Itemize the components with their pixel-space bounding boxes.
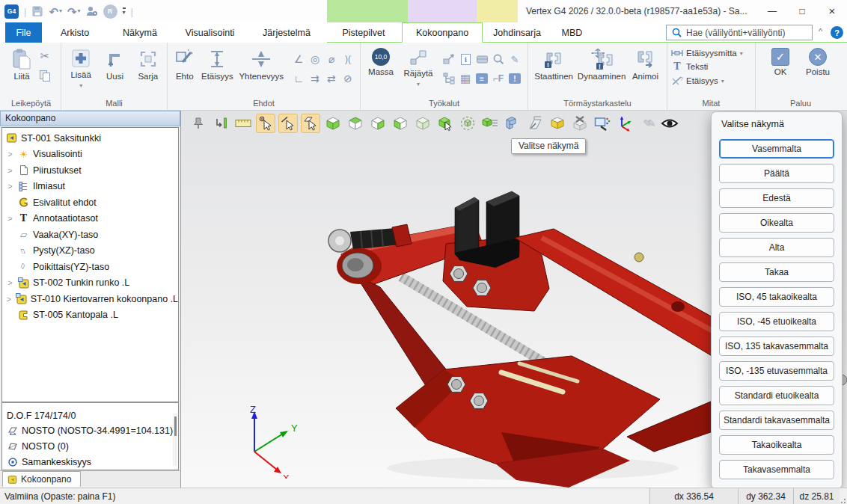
tab-file[interactable]: File (5, 22, 42, 43)
view-button-iso-135-takavasemmalta[interactable]: ISO, 135 takavasemmalta (719, 336, 834, 356)
tab-arkisto[interactable]: Arkisto (42, 22, 108, 43)
text-dimension-button[interactable]: T Teksti (671, 61, 743, 73)
sketch-plane-icon[interactable] (525, 114, 545, 133)
coincidence-button[interactable]: Yhtenevyys (236, 46, 286, 82)
pin-icon[interactable] (189, 114, 208, 133)
perpendicular-constraint-icon[interactable]: ∟ (290, 69, 307, 88)
tab-mbd[interactable]: MBD (551, 22, 593, 43)
user-settings-icon[interactable] (86, 5, 98, 17)
tree-item-annotaatiotasot[interactable]: > T Annotaatiotasot (2, 211, 178, 227)
distance-dimension-button[interactable]: Etäisyysmitta ▾ (671, 49, 743, 58)
exploded-view-icon[interactable] (441, 49, 457, 69)
concentric-constraint-icon[interactable]: ◎ (307, 49, 323, 69)
angle-constraint-icon[interactable]: ∠ (290, 49, 307, 69)
view-button-vasemmalta[interactable]: Vasemmalta (719, 139, 834, 159)
exit-button[interactable]: ✕ Poistu (801, 46, 834, 78)
corner-solid-icon[interactable] (503, 114, 522, 133)
view-button-takaoikealta[interactable]: Takaoikealta (719, 435, 834, 455)
record-icon[interactable]: R (103, 4, 117, 19)
equal-panel-icon[interactable]: ≡ (474, 69, 490, 88)
search-input[interactable]: Hae (välilyönti+välilyönti) (666, 25, 813, 40)
distance-dimension-caret-icon[interactable]: ▾ (740, 50, 743, 57)
measure-pencils-icon[interactable]: ✎✎ (637, 114, 657, 133)
expander-icon[interactable]: > (6, 150, 14, 159)
orbit-cube-icon[interactable] (458, 114, 477, 133)
tab-visualisointi[interactable]: Visualisointi (172, 22, 248, 43)
view-button-takavasemmalta[interactable]: Takavasemmalta (719, 460, 834, 479)
collapse-ribbon-icon[interactable]: ^ (819, 27, 822, 36)
zoom-part-icon[interactable] (490, 49, 507, 69)
add-component-button[interactable]: Lisää ▾ (65, 46, 97, 89)
cube-properties-icon[interactable] (480, 114, 500, 133)
tree-item-esivalitut-ehdot[interactable]: Esivalitut ehdot (2, 194, 178, 211)
tree-item-poikittais-yz[interactable]: ▱ Poikittais(YZ)-taso (2, 259, 178, 275)
tree-item-st002[interactable]: > ST-002 Tunkin runko .L (2, 275, 178, 292)
antiparallel-constraint-icon[interactable]: ⇄ (323, 69, 340, 88)
paste-button[interactable]: Liitä (5, 46, 38, 82)
cube-solid-icon[interactable] (413, 114, 432, 133)
customize-toolbar-icon[interactable]: ▾ (123, 7, 126, 16)
expander-icon[interactable]: > (6, 278, 14, 287)
undo-caret-icon[interactable]: ▾ (59, 8, 62, 14)
series-button[interactable]: Sarja (133, 46, 163, 82)
zoom-extents-icon[interactable] (211, 114, 230, 133)
dof-item-nosto1[interactable]: NOSTO (NOSTO-34.4991=104.131) (2, 422, 178, 438)
constraint-button[interactable]: Ehto (171, 46, 198, 82)
viewport-3d[interactable]: Z Y X (181, 111, 847, 488)
static-collision-button[interactable]: ! Staattinen (532, 46, 575, 82)
app-logo-icon[interactable]: G4 (4, 4, 19, 19)
resize-grip[interactable] (840, 497, 846, 503)
view-button-iso-m135-etuvasemmalta[interactable]: ISO, -135 etuvasemmalta (719, 361, 834, 381)
new-button[interactable]: Uusi (100, 46, 129, 82)
scrollbar-thumb[interactable] (174, 417, 177, 436)
tree-item-vaaka-xy[interactable]: ▱ Vaaka(XY)-taso (2, 227, 178, 243)
visibility-eye-icon[interactable] (660, 114, 679, 133)
distance-query-caret-icon[interactable]: ▾ (721, 78, 724, 84)
redo-button[interactable]: ↷▾ (67, 6, 81, 17)
clear-section-icon[interactable] (570, 114, 590, 133)
view-button-takaa[interactable]: Takaa (719, 262, 834, 282)
splitter-chevron-icon[interactable]: ˇ (2, 403, 178, 409)
explode-caret-icon[interactable]: ▾ (417, 81, 420, 87)
tree-item-ilmiasut[interactable]: > Ilmiasut (2, 179, 178, 195)
tree-item-root[interactable]: ST-001 Saksitunkki (2, 130, 178, 147)
table-icon[interactable]: ▦ (457, 69, 474, 88)
save-icon[interactable] (31, 5, 43, 17)
select-point-mode-icon[interactable] (256, 114, 275, 133)
feature-f-icon[interactable]: ⌐F (490, 69, 507, 88)
dynamic-collision-button[interactable]: ! Dynaaminen (577, 46, 626, 82)
select-window-wand-icon[interactable] (593, 114, 612, 133)
add-caret-icon[interactable]: ▾ (79, 82, 82, 89)
coordinate-system-icon[interactable] (615, 114, 635, 133)
expander-icon[interactable]: > (6, 166, 14, 175)
cut-icon[interactable]: ✂ (38, 49, 52, 63)
view-button-iso-45-takaoikealta[interactable]: ISO, 45 takaoikealta (719, 287, 834, 307)
dof-item-samankeskisyys[interactable]: Samankeskisyys (2, 454, 178, 470)
tab-kokoonpano[interactable]: Kokoonpano (402, 22, 483, 43)
warning-icon[interactable]: ! (507, 69, 523, 88)
section-box-icon[interactable] (548, 114, 567, 133)
view-button-oikealta[interactable]: Oikealta (719, 213, 834, 233)
tab-pistepilvet[interactable]: Pistepilvet (325, 22, 402, 43)
view-button-paalta[interactable]: Päältä (719, 164, 834, 183)
symmetry-constraint-icon[interactable]: )( (340, 49, 356, 69)
view-button-edesta[interactable]: Edestä (719, 188, 834, 208)
mass-button[interactable]: 10,0 Massa (364, 46, 397, 78)
tree-item-st010[interactable]: > ST-010 Kiertovarren kokoonpano .L (2, 291, 178, 307)
pencil-icon[interactable]: ✎ (507, 49, 523, 69)
explode-button[interactable]: Räjäytä ▾ (400, 46, 436, 87)
tab-johdinsarja[interactable]: Johdinsarja (483, 22, 551, 43)
cube-left-face-icon[interactable] (391, 114, 410, 133)
cube-select-icon[interactable] (435, 114, 455, 133)
view-button-standardi-etuoikealta[interactable]: Standardi etuoikealta (719, 386, 834, 405)
select-edge-mode-icon[interactable] (278, 114, 298, 133)
select-face-mode-icon[interactable] (301, 114, 320, 133)
tree-item-visualisointi[interactable]: > ☀ Visualisointi (2, 147, 178, 163)
cube-top-face-icon[interactable] (346, 114, 365, 133)
tree-item-piirustukset[interactable]: > Piirustukset (2, 162, 178, 179)
redo-caret-icon[interactable]: ▾ (78, 8, 81, 14)
close-button[interactable]: × (817, 0, 847, 22)
view-button-standardi-takavasemmalta[interactable]: Standardi takavasemmalta (719, 411, 834, 430)
dof-scrollbar[interactable] (173, 414, 177, 466)
box-icon[interactable] (474, 49, 490, 69)
